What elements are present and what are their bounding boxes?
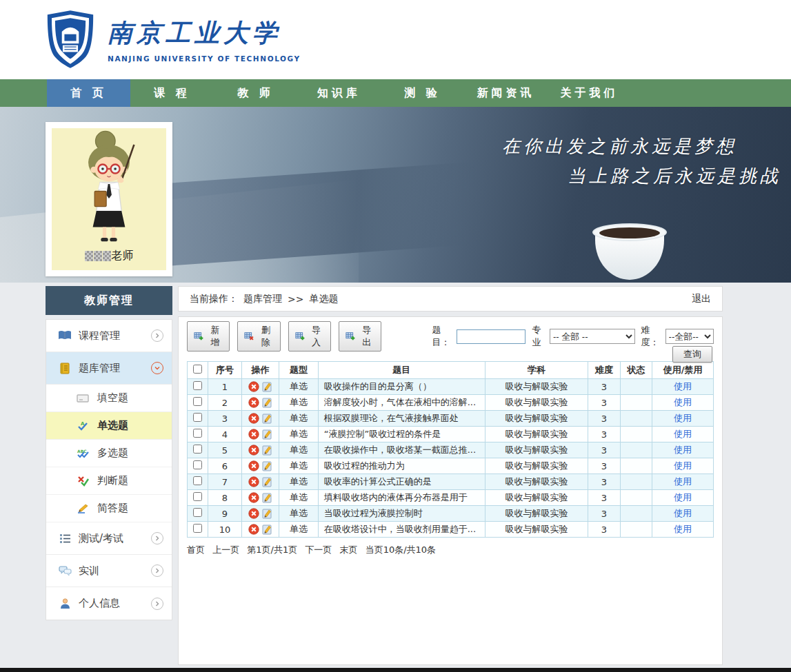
edit-row-icon[interactable] xyxy=(261,476,272,487)
row-title: 吸收操作的目的是分离（） xyxy=(318,379,485,395)
row-actions xyxy=(241,379,279,395)
edit-row-icon[interactable] xyxy=(261,460,272,471)
usage-link[interactable]: 使用 xyxy=(674,381,692,391)
row-difficulty: 3 xyxy=(588,522,620,538)
delete-row-icon[interactable] xyxy=(248,492,259,503)
header-select-all-cell xyxy=(188,362,208,379)
row-checkbox[interactable] xyxy=(193,492,202,501)
usage-link[interactable]: 使用 xyxy=(674,508,692,518)
usage-link[interactable]: 使用 xyxy=(674,492,692,502)
sidebar-item-practical-training[interactable]: 实训 xyxy=(46,555,172,587)
row-checkbox[interactable] xyxy=(193,524,202,533)
col-header-num: 序号 xyxy=(208,362,241,379)
delete-row-icon[interactable] xyxy=(248,524,259,535)
row-number: 7 xyxy=(208,474,241,490)
sidebar-item-label: 判断题 xyxy=(97,474,128,487)
edit-row-icon[interactable] xyxy=(261,524,272,535)
usage-link[interactable]: 使用 xyxy=(674,413,692,423)
pagination-prev[interactable]: 上一页 xyxy=(212,544,239,555)
sidebar-item-fill-blank[interactable]: 填空题 xyxy=(46,385,172,412)
difficulty-filter-select[interactable]: --全部-- xyxy=(665,329,714,344)
select-all-checkbox[interactable] xyxy=(193,365,202,374)
pagination-first[interactable]: 首页 xyxy=(187,544,205,555)
usage-link[interactable]: 使用 xyxy=(674,460,692,471)
sidebar-item-true-false[interactable]: 判断题 xyxy=(46,467,172,495)
university-name-en: NANJING UNIVERSITY OF TECHNOLOGY xyxy=(108,54,301,63)
row-checkbox[interactable] xyxy=(193,429,202,438)
edit-row-icon[interactable] xyxy=(261,413,272,424)
table-header-row: 序号 操作 题型 题目 学科 难度 状态 使用/禁用 xyxy=(188,362,714,379)
edit-row-icon[interactable] xyxy=(261,429,272,440)
nav-item-about[interactable]: 关于我们 xyxy=(548,79,631,107)
edit-row-icon[interactable] xyxy=(261,445,272,456)
row-actions xyxy=(241,474,279,490)
row-checkbox[interactable] xyxy=(193,476,202,485)
pagination-next[interactable]: 下一页 xyxy=(305,544,332,555)
row-subject: 吸收与解吸实验 xyxy=(485,474,588,490)
training-chat-icon xyxy=(57,566,73,576)
sidebar-item-single-choice[interactable]: A 单选题 xyxy=(46,412,172,440)
major-filter-select[interactable]: -- 全部 -- xyxy=(550,329,636,344)
question-filter-input[interactable] xyxy=(457,329,525,344)
redacted-name-block xyxy=(103,251,111,261)
nav-item-teachers[interactable]: 教 师 xyxy=(214,79,297,107)
question-panel: 新增 删除 导入 导出 题目： xyxy=(178,316,723,665)
blank-box-icon xyxy=(75,394,90,403)
university-logo[interactable]: 南京工业大学 NANJING UNIVERSITY OF TECHNOLOGY xyxy=(44,10,301,72)
row-difficulty: 3 xyxy=(588,411,620,427)
row-type: 单选 xyxy=(279,427,319,442)
delete-row-icon[interactable] xyxy=(248,397,259,408)
delete-row-icon[interactable] xyxy=(248,460,259,471)
row-number: 4 xyxy=(208,427,241,442)
row-checkbox[interactable] xyxy=(193,381,202,390)
usage-link[interactable]: 使用 xyxy=(674,476,692,487)
sidebar-item-multi-choice[interactable]: ABC 多选题 xyxy=(46,440,172,467)
row-usage-cell: 使用 xyxy=(652,458,714,474)
sidebar-item-course-management[interactable]: 课程管理 xyxy=(46,320,172,352)
delete-row-icon[interactable] xyxy=(248,508,259,519)
logout-link[interactable]: 退出 xyxy=(692,293,711,305)
delete-row-icon[interactable] xyxy=(248,413,259,424)
usage-link[interactable]: 使用 xyxy=(674,397,692,407)
edit-row-icon[interactable] xyxy=(261,397,272,408)
row-actions xyxy=(241,458,279,474)
sidebar-item-personal-info[interactable]: 个人信息 xyxy=(46,587,172,620)
nav-item-news[interactable]: 新闻资讯 xyxy=(464,79,548,107)
row-checkbox[interactable] xyxy=(193,508,202,517)
question-table: 序号 操作 题型 题目 学科 难度 状态 使用/禁用 1 xyxy=(187,361,714,538)
breadcrumb-separator: >> xyxy=(288,294,303,305)
row-usage-cell: 使用 xyxy=(652,506,714,522)
usage-link[interactable]: 使用 xyxy=(674,445,692,455)
sidebar-item-tests-exams[interactable]: 测试/考试 xyxy=(46,522,172,555)
edit-row-icon[interactable] xyxy=(261,492,272,503)
row-number: 2 xyxy=(208,395,241,411)
delete-row-icon[interactable] xyxy=(248,381,259,392)
delete-row-icon[interactable] xyxy=(248,476,259,487)
row-actions xyxy=(241,506,279,522)
row-checkbox[interactable] xyxy=(193,445,202,454)
coffee-cup-image xyxy=(585,229,674,283)
search-button[interactable]: 查询 xyxy=(672,346,712,363)
row-status xyxy=(620,379,652,395)
nav-item-knowledge-base[interactable]: 知识库 xyxy=(297,79,381,107)
search-row: 查询 xyxy=(187,346,714,361)
delete-row-icon[interactable] xyxy=(248,445,259,456)
edit-row-icon[interactable] xyxy=(261,381,272,392)
pagination-last[interactable]: 末页 xyxy=(339,544,357,555)
row-type: 单选 xyxy=(279,490,319,506)
row-status xyxy=(620,522,652,538)
nav-item-courses[interactable]: 课 程 xyxy=(130,79,214,107)
usage-link[interactable]: 使用 xyxy=(674,524,692,534)
sidebar-item-question-bank[interactable]: 题库管理 xyxy=(46,352,172,385)
row-checkbox[interactable] xyxy=(193,460,202,469)
sidebar-item-short-answer[interactable]: 简答题 xyxy=(46,495,172,522)
row-checkbox[interactable] xyxy=(193,413,202,422)
usage-link[interactable]: 使用 xyxy=(674,429,692,439)
nav-item-home[interactable]: 首 页 xyxy=(47,79,130,107)
col-header-difficulty: 难度 xyxy=(588,362,620,379)
nav-item-tests[interactable]: 测 验 xyxy=(381,79,464,107)
table-row: 4 单选 “液膜控制”吸收过程的条件是 吸收与解吸实验 3 使用 xyxy=(188,427,714,442)
delete-row-icon[interactable] xyxy=(248,429,259,440)
edit-row-icon[interactable] xyxy=(261,508,272,519)
row-checkbox[interactable] xyxy=(193,397,202,406)
